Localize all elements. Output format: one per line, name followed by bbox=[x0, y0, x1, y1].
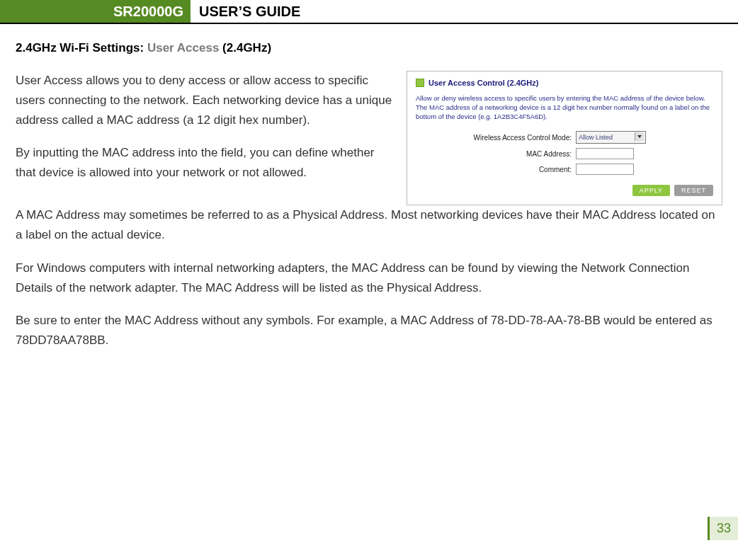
paragraph: User Access allows you to deny access or… bbox=[16, 71, 394, 130]
section-prefix: 2.4GHz Wi-Fi Settings: bbox=[16, 41, 147, 55]
page-number: 33 bbox=[708, 517, 738, 540]
paragraph: A MAC Address may sometimes be referred … bbox=[16, 205, 722, 245]
page-header: SR20000G USER’S GUIDE bbox=[0, 0, 738, 24]
panel-buttons: APPLY RESET bbox=[416, 185, 713, 196]
panel-title: User Access Control (2.4GHz) bbox=[428, 79, 538, 87]
mac-input[interactable] bbox=[576, 148, 634, 159]
form-row-comment: Comment: bbox=[416, 164, 713, 175]
section-suffix: (2.4GHz) bbox=[219, 41, 271, 55]
document-title: USER’S GUIDE bbox=[191, 0, 309, 23]
user-access-panel: User Access Control (2.4GHz) Allow or de… bbox=[407, 71, 722, 205]
mode-select[interactable]: Allow Listed bbox=[576, 131, 646, 144]
body-text-full: A MAC Address may sometimes be referred … bbox=[16, 205, 722, 350]
paragraph: By inputting the MAC address into the fi… bbox=[16, 143, 394, 183]
reset-button[interactable]: RESET bbox=[674, 185, 713, 196]
panel-form: Wireless Access Control Mode: Allow List… bbox=[416, 131, 713, 175]
comment-input[interactable] bbox=[576, 164, 634, 175]
header-accent bbox=[0, 0, 14, 23]
form-row-mode: Wireless Access Control Mode: Allow List… bbox=[416, 131, 713, 144]
paragraph: Be sure to enter the MAC Address without… bbox=[16, 311, 722, 350]
mode-select-value: Allow Listed bbox=[579, 134, 613, 141]
product-model: SR20000G bbox=[14, 0, 191, 23]
paragraph: For Windows computers with internal netw… bbox=[16, 258, 722, 298]
apply-button[interactable]: APPLY bbox=[632, 185, 670, 196]
square-icon bbox=[416, 79, 424, 87]
mac-label: MAC Address: bbox=[416, 150, 572, 158]
mode-label: Wireless Access Control Mode: bbox=[416, 134, 572, 142]
section-heading: 2.4GHz Wi-Fi Settings: User Access (2.4G… bbox=[16, 41, 722, 55]
panel-title-row: User Access Control (2.4GHz) bbox=[416, 79, 713, 87]
section-grey: User Access bbox=[147, 41, 219, 55]
chevron-down-icon bbox=[637, 135, 642, 138]
body-text-left: User Access allows you to deny access or… bbox=[16, 71, 394, 195]
panel-description: Allow or deny wireless access to specifi… bbox=[416, 94, 713, 121]
comment-label: Comment: bbox=[416, 166, 572, 173]
form-row-mac: MAC Address: bbox=[416, 148, 713, 159]
